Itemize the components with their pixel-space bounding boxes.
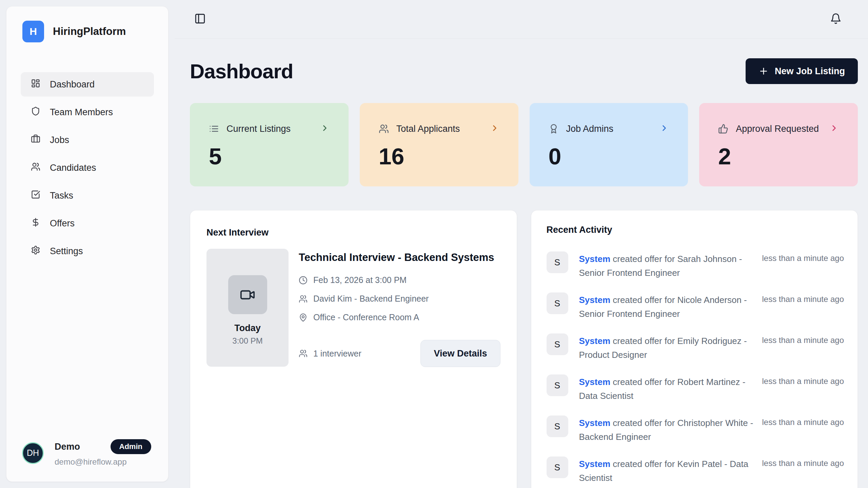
sidebar-item-label: Settings <box>50 246 83 257</box>
sidebar-item-label: Jobs <box>50 135 69 145</box>
recent-activity-title: Recent Activity <box>547 225 844 235</box>
interview-name: Technical Interview - Backend Systems <box>299 249 500 266</box>
activity-timestamp: less than a minute ago <box>762 456 844 468</box>
chevron-right-icon <box>829 123 839 134</box>
activity-item: S System created offer for Christopher W… <box>547 415 844 444</box>
stat-value: 16 <box>379 143 499 169</box>
stat-value: 0 <box>549 143 669 169</box>
next-interview-card: Next Interview Today 3:00 PM Technical I… <box>190 210 517 488</box>
interview-location: Office - Conference Room A <box>313 312 419 322</box>
shield-icon <box>31 106 40 118</box>
stat-card-job-admins[interactable]: Job Admins 0 <box>530 103 688 186</box>
dollar-icon <box>31 218 40 229</box>
activity-actor: System <box>579 295 611 305</box>
recent-activity-card: Recent Activity S System created offer f… <box>531 210 858 488</box>
activity-item: S System created offer for Nicole Anders… <box>547 292 844 321</box>
stat-label: Approval Requested <box>736 124 819 134</box>
video-icon <box>228 275 267 314</box>
page-title: Dashboard <box>190 60 293 83</box>
sidebar-item-settings[interactable]: Settings <box>21 239 154 263</box>
thumbs-up-icon <box>718 124 728 134</box>
activity-item: S System created offer for Sarah Johnson… <box>547 251 844 280</box>
users-icon <box>31 162 40 174</box>
interview-time: 3:00 PM <box>232 336 262 346</box>
sidebar-item-tasks[interactable]: Tasks <box>21 183 154 208</box>
interview-time-box: Today 3:00 PM <box>206 249 289 367</box>
notifications-button[interactable] <box>828 12 843 27</box>
activity-actor: System <box>579 336 611 346</box>
map-pin-icon <box>299 313 308 322</box>
interview-datetime: Feb 13, 2026 at 3:00 PM <box>313 275 407 285</box>
app-title: HiringPlatform <box>53 25 126 38</box>
view-details-button[interactable]: View Details <box>420 340 500 367</box>
chevron-right-icon <box>659 123 669 134</box>
chevron-right-icon <box>320 123 330 134</box>
activity-timestamp: less than a minute ago <box>762 374 844 386</box>
app-logo-icon: H <box>22 21 44 42</box>
bell-icon <box>830 13 842 25</box>
activity-timestamp: less than a minute ago <box>762 333 844 345</box>
activity-avatar: S <box>547 251 568 273</box>
activity-actor: System <box>579 459 611 469</box>
user-name: Demo <box>55 442 80 452</box>
activity-actor: System <box>579 377 611 387</box>
sidebar-item-dashboard[interactable]: Dashboard <box>21 72 154 97</box>
activity-actor: System <box>579 418 611 428</box>
stat-label: Job Admins <box>566 124 614 134</box>
sidebar-item-label: Tasks <box>50 190 73 201</box>
activity-actor: System <box>579 254 611 264</box>
new-job-listing-label: New Job Listing <box>775 66 845 77</box>
stat-card-current-listings[interactable]: Current Listings 5 <box>190 103 349 186</box>
sidebar-item-offers[interactable]: Offers <box>21 211 154 236</box>
award-icon <box>549 124 559 134</box>
stat-card-approval-requested[interactable]: Approval Requested 2 <box>699 103 858 186</box>
stat-value: 2 <box>718 143 839 169</box>
activity-avatar: S <box>547 415 568 437</box>
sidebar-item-label: Team Members <box>50 107 113 118</box>
stat-value: 5 <box>209 143 330 169</box>
user-profile[interactable]: DH Demo Admin demo@hireflow.app <box>6 439 168 482</box>
sidebar-item-candidates[interactable]: Candidates <box>21 156 154 180</box>
interviewer-count: 1 interviewer <box>313 349 361 359</box>
app-logo: H HiringPlatform <box>6 6 168 42</box>
activity-item: S System created offer for Kevin Patel -… <box>547 456 844 485</box>
list-icon <box>209 124 219 134</box>
activity-item: S System created offer for Emily Rodrigu… <box>547 333 844 362</box>
sidebar: H HiringPlatform Dashboard Team Members … <box>6 6 169 482</box>
main-area: Dashboard New Job Listing Current Listin… <box>175 0 868 488</box>
square-check-icon <box>31 190 40 202</box>
sidebar-item-label: Offers <box>50 218 75 229</box>
activity-list: S System created offer for Sarah Johnson… <box>547 251 844 485</box>
sidebar-item-label: Dashboard <box>50 79 95 90</box>
users-icon <box>299 294 308 303</box>
activity-timestamp: less than a minute ago <box>762 415 844 427</box>
clock-icon <box>299 276 308 285</box>
plus-icon <box>758 66 769 76</box>
activity-avatar: S <box>547 333 568 355</box>
new-job-listing-button[interactable]: New Job Listing <box>746 58 858 84</box>
avatar: DH <box>22 442 44 464</box>
panel-left-icon <box>194 13 206 25</box>
chevron-right-icon <box>490 123 499 134</box>
activity-avatar: S <box>547 292 568 314</box>
activity-item: S System created offer for Robert Martin… <box>547 374 844 403</box>
stat-cards: Current Listings 5 Total Applicants <box>190 103 858 186</box>
users-icon <box>379 124 389 134</box>
user-email: demo@hireflow.app <box>55 457 151 467</box>
users-icon <box>299 349 308 358</box>
interview-day: Today <box>234 323 261 333</box>
topbar <box>175 0 868 39</box>
sidebar-toggle-button[interactable] <box>193 12 208 27</box>
activity-avatar: S <box>547 374 568 396</box>
stat-label: Current Listings <box>226 124 291 134</box>
next-interview-title: Next Interview <box>206 227 500 238</box>
stat-card-total-applicants[interactable]: Total Applicants 16 <box>360 103 518 186</box>
role-badge: Admin <box>111 439 151 454</box>
gear-icon <box>31 245 40 257</box>
dashboard-icon <box>31 79 40 90</box>
sidebar-item-label: Candidates <box>50 163 96 173</box>
sidebar-item-team-members[interactable]: Team Members <box>21 100 154 124</box>
activity-timestamp: less than a minute ago <box>762 292 844 304</box>
sidebar-item-jobs[interactable]: Jobs <box>21 128 154 152</box>
activity-timestamp: less than a minute ago <box>762 251 844 263</box>
